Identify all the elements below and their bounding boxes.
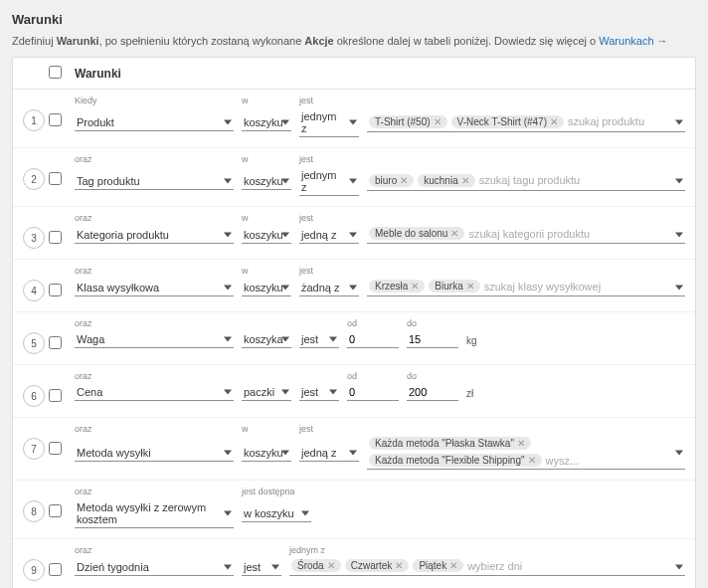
row-number: 8: [23, 500, 45, 522]
what-select[interactable]: Produkt: [75, 114, 234, 131]
what-select[interactable]: Klasa wysyłkowa: [75, 280, 234, 296]
column-header: Warunki: [69, 67, 685, 81]
value-tag-input[interactable]: Krzesła✕ Biurka✕ szukaj klasy wysyłkowej: [367, 279, 685, 296]
op-select[interactable]: jest: [242, 559, 281, 576]
close-icon[interactable]: ✕: [450, 228, 458, 239]
tag[interactable]: V-Neck T-Shirt (#47)✕: [451, 115, 564, 128]
scope-select[interactable]: koszyka: [242, 331, 291, 348]
row-number: 3: [23, 227, 45, 249]
close-icon[interactable]: ✕: [466, 281, 474, 292]
table-row: 4 oraz w jest Klasa wysyłkowa koszyku ża…: [13, 260, 695, 312]
what-select[interactable]: Kategoria produktu: [75, 227, 234, 244]
placeholder: szukaj produktu: [568, 115, 644, 127]
tag[interactable]: Każda metoda "Flexible Shipping"✕: [369, 454, 542, 467]
value-tag-input[interactable]: T-Shirt (#50)✕ V-Neck T-Shirt (#47)✕ szu…: [367, 114, 685, 132]
close-icon[interactable]: ✕: [449, 560, 457, 571]
row-checkbox[interactable]: [49, 504, 62, 517]
value-tag-input[interactable]: Środa✕ Czwartek✕ Piątek✕ wybierz dni: [289, 558, 685, 576]
op-select[interactable]: jednym z: [299, 167, 359, 196]
tag[interactable]: biuro✕: [369, 174, 414, 187]
table-row: 5 oraz od do Waga koszyka jest kg: [13, 312, 695, 365]
op-select[interactable]: jest: [299, 331, 339, 348]
table-row: 1 Kiedy w jest Produkt koszyku jednym z …: [13, 90, 695, 148]
row-number: 1: [23, 109, 45, 131]
scope-select[interactable]: koszyku: [242, 280, 291, 296]
scope-select[interactable]: paczki: [242, 384, 291, 401]
tag[interactable]: Meble do salonu✕: [369, 227, 464, 240]
close-icon[interactable]: ✕: [528, 455, 536, 466]
table-row: 9 oraz jednym z Dzień tygodnia jest Środ…: [13, 539, 695, 588]
from-input[interactable]: [347, 384, 399, 401]
what-select[interactable]: Cena: [75, 384, 234, 401]
tag[interactable]: kuchnia✕: [418, 174, 474, 187]
table-row: 6 oraz od do Cena paczki jest zł: [13, 365, 695, 418]
table-header: Warunki: [13, 58, 695, 90]
tag[interactable]: Czwartek✕: [345, 559, 410, 572]
placeholder: szukaj klasy wysyłkowej: [484, 281, 601, 293]
row-number: 4: [23, 280, 45, 301]
section-title: Warunki: [12, 12, 696, 35]
scope-select[interactable]: koszyku: [242, 445, 291, 462]
value-tag-input[interactable]: biuro✕ kuchnia✕ szukaj tagu produktu: [367, 173, 685, 191]
scope-select[interactable]: koszyku: [242, 173, 291, 190]
section-description: Zdefiniuj Warunki, po spełnieniu których…: [12, 35, 696, 57]
row-checkbox[interactable]: [49, 442, 62, 455]
op-select[interactable]: żadną z: [299, 280, 359, 296]
row-checkbox[interactable]: [49, 113, 62, 126]
row-number: 5: [23, 332, 45, 354]
close-icon[interactable]: ✕: [400, 175, 408, 186]
close-icon[interactable]: ✕: [517, 438, 525, 449]
close-icon[interactable]: ✕: [327, 560, 335, 571]
scope-select[interactable]: koszyku: [242, 114, 291, 131]
row-checkbox[interactable]: [49, 284, 62, 296]
close-icon[interactable]: ✕: [550, 116, 558, 127]
what-select[interactable]: Waga: [75, 331, 234, 348]
conditions-table: Warunki 1 Kiedy w jest Produkt koszyku j…: [12, 57, 696, 588]
placeholder: wybierz dni: [467, 560, 522, 572]
tag[interactable]: Środa✕: [291, 559, 341, 572]
tag[interactable]: Piątek✕: [413, 559, 463, 572]
select-all-checkbox[interactable]: [49, 66, 62, 79]
what-select[interactable]: Dzień tygodnia: [75, 559, 234, 576]
row-checkbox[interactable]: [49, 389, 62, 402]
placeholder: szukaj kategorii produktu: [468, 228, 590, 240]
close-icon[interactable]: ✕: [411, 281, 419, 292]
to-input[interactable]: [407, 384, 458, 401]
row-checkbox[interactable]: [49, 172, 62, 185]
row-number: 9: [23, 559, 45, 581]
scope-select[interactable]: koszyku: [242, 227, 291, 244]
tag[interactable]: T-Shirt (#50)✕: [369, 115, 447, 128]
row-checkbox[interactable]: [49, 336, 62, 349]
op-select[interactable]: jest: [299, 384, 339, 401]
close-icon[interactable]: ✕: [434, 116, 442, 127]
close-icon[interactable]: ✕: [461, 175, 469, 186]
row-number: 7: [23, 438, 45, 460]
what-select[interactable]: Metoda wysyłki: [75, 445, 234, 462]
what-select[interactable]: Metoda wysyłki z zerowym kosztem: [75, 499, 234, 528]
op-select[interactable]: jedną z: [299, 227, 359, 244]
what-select[interactable]: Tag produktu: [75, 173, 234, 190]
value-tag-input[interactable]: Meble do salonu✕ szukaj kategorii produk…: [367, 226, 685, 244]
table-row: 8 oraz jest dostępna Metoda wysyłki z ze…: [13, 481, 695, 539]
row-number: 6: [23, 385, 45, 407]
op-select[interactable]: jedną z: [299, 445, 359, 462]
row-number: 2: [23, 168, 45, 190]
op-select[interactable]: jednym z: [299, 108, 359, 137]
value-tag-input[interactable]: Każda metoda "Płaska Stawka"✕ Każda meto…: [367, 437, 685, 470]
placeholder: wysz...: [546, 455, 580, 467]
placeholder: szukaj tagu produktu: [479, 174, 581, 186]
unit-label: zł: [466, 388, 496, 401]
tag[interactable]: Biurka✕: [429, 280, 479, 293]
table-row: 2 oraz w jest Tag produktu koszyku jedny…: [13, 148, 695, 207]
table-row: 7 oraz w jest Metoda wysyłki koszyku jed…: [13, 418, 695, 481]
row-checkbox[interactable]: [49, 231, 62, 244]
to-input[interactable]: [407, 331, 458, 348]
table-row: 3 oraz w jest Kategoria produktu koszyku…: [13, 207, 695, 260]
conditions-help-link[interactable]: Warunkach →: [599, 35, 667, 47]
scope-select[interactable]: w koszyku: [242, 505, 311, 522]
tag[interactable]: Krzesła✕: [369, 280, 425, 293]
close-icon[interactable]: ✕: [395, 560, 403, 571]
tag[interactable]: Każda metoda "Płaska Stawka"✕: [369, 437, 531, 450]
from-input[interactable]: [347, 331, 399, 348]
row-checkbox[interactable]: [49, 563, 62, 576]
